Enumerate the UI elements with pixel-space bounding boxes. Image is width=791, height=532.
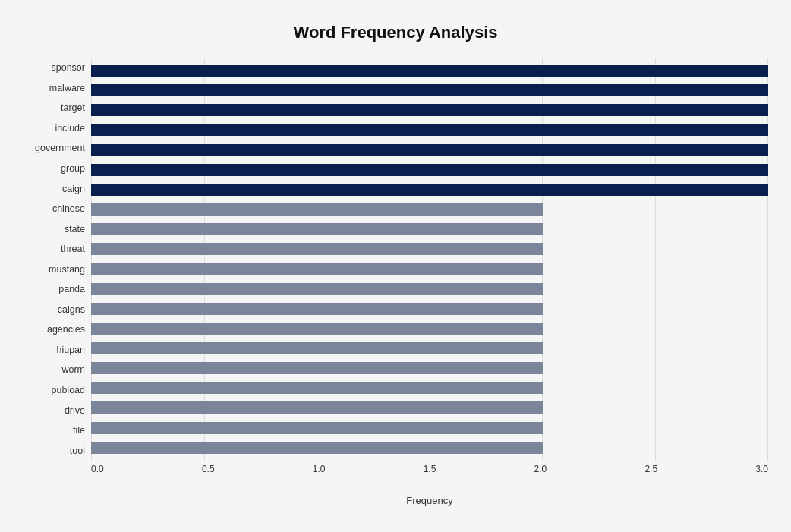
bar-row xyxy=(91,222,768,237)
y-label: mustang xyxy=(23,261,91,278)
bar-row xyxy=(91,202,768,217)
bars-and-grid: 0.00.51.01.52.02.53.0Frequency xyxy=(91,58,768,483)
bar xyxy=(91,401,543,414)
bar xyxy=(91,164,768,176)
y-axis: sponsormalwaretargetincludegovernmentgro… xyxy=(23,58,91,483)
bar xyxy=(91,303,543,315)
y-label: caign xyxy=(23,181,91,197)
x-tick: 3.0 xyxy=(755,464,768,474)
x-tick: 1.0 xyxy=(313,464,326,474)
y-label: file xyxy=(23,422,91,439)
x-tick: 0.0 xyxy=(91,464,104,474)
y-label: panda xyxy=(23,281,91,297)
y-label: sponsor xyxy=(23,59,91,76)
bar xyxy=(91,203,543,216)
bar-row xyxy=(91,102,768,118)
bar xyxy=(91,84,768,96)
bar-row xyxy=(91,143,768,158)
chart-title: Word Frequency Analysis xyxy=(23,23,768,42)
bar-row xyxy=(91,360,768,376)
bar xyxy=(91,65,768,77)
bar xyxy=(91,223,543,235)
bar-row xyxy=(91,162,768,178)
y-label: drive xyxy=(23,402,91,419)
y-label: tool xyxy=(23,442,91,459)
bar xyxy=(91,442,543,454)
bar-row xyxy=(91,261,768,276)
bar-row xyxy=(91,182,768,197)
bar xyxy=(91,323,543,335)
x-axis-label: Frequency xyxy=(91,495,768,506)
bar-row xyxy=(91,400,768,415)
bar-row xyxy=(91,321,768,336)
bar xyxy=(91,243,543,255)
plot-area: 0.00.51.01.52.02.53.0Frequency xyxy=(91,58,768,483)
bar xyxy=(91,184,768,196)
y-label: government xyxy=(23,140,91,156)
bar-row xyxy=(91,282,768,297)
y-label: chinese xyxy=(23,200,91,217)
bar-row xyxy=(91,380,768,395)
y-label: pubload xyxy=(23,382,91,398)
bar-row xyxy=(91,341,768,356)
bar-row xyxy=(91,63,768,78)
bar xyxy=(91,124,768,136)
bar xyxy=(91,104,768,116)
bars-container xyxy=(91,58,768,461)
y-label: include xyxy=(23,120,91,137)
bar-row xyxy=(91,420,768,436)
x-axis: 0.00.51.01.52.02.53.0Frequency xyxy=(91,461,768,483)
x-tick: 2.0 xyxy=(534,464,547,474)
chart-area: sponsormalwaretargetincludegovernmentgro… xyxy=(23,58,768,483)
chart-container: Word Frequency Analysis sponsormalwareta… xyxy=(8,8,783,532)
bar xyxy=(91,283,543,295)
bar-row xyxy=(91,83,768,98)
bar xyxy=(91,342,543,354)
y-label: caigns xyxy=(23,301,91,318)
bar-row xyxy=(91,122,768,137)
bar-row xyxy=(91,301,768,316)
y-label: hiupan xyxy=(23,342,91,358)
bar xyxy=(91,263,543,275)
x-tick: 2.5 xyxy=(644,464,657,474)
y-label: threat xyxy=(23,241,91,257)
bar xyxy=(91,422,543,434)
x-tick: 0.5 xyxy=(202,464,215,474)
bar-row xyxy=(91,440,768,455)
y-label: malware xyxy=(23,80,91,96)
y-label: state xyxy=(23,221,91,238)
y-label: group xyxy=(23,160,91,177)
bar xyxy=(91,362,543,374)
x-tick: 1.5 xyxy=(424,464,436,474)
bar-row xyxy=(91,241,768,257)
bar xyxy=(91,382,543,394)
y-label: agencies xyxy=(23,321,91,338)
bar xyxy=(91,144,768,156)
y-label: worm xyxy=(23,361,91,378)
y-label: target xyxy=(23,99,91,116)
